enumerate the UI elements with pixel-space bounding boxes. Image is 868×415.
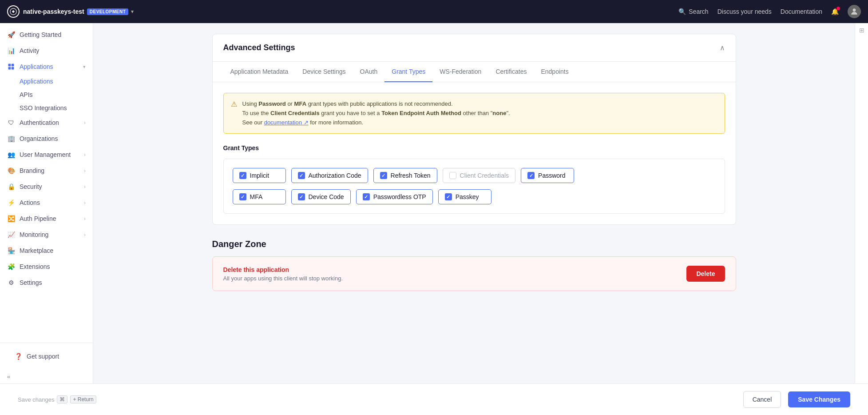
checkbox-passwordless-otp: ✓ <box>363 193 370 200</box>
avatar[interactable] <box>848 5 861 18</box>
search-button[interactable]: 🔍 Search <box>678 8 708 15</box>
grant-label-password: Password <box>538 172 565 179</box>
save-hint: Save changes ⌘ + Return <box>18 395 96 403</box>
grant-label-implicit: Implicit <box>250 172 270 179</box>
tab-endpoints[interactable]: Endpoints <box>534 62 575 82</box>
gear-icon: ⚙ <box>7 279 15 287</box>
right-panel-grid-icon[interactable]: ⊞ <box>859 27 864 34</box>
sidebar-footer: ❓ Get support <box>0 343 93 370</box>
sidebar-item-label: Authentication <box>20 119 79 126</box>
delete-button[interactable]: Delete <box>686 266 725 282</box>
collapse-card-icon[interactable]: ∧ <box>720 44 725 52</box>
save-changes-hint-label: Save changes <box>18 396 54 403</box>
grant-label-passkey: Passkey <box>456 193 479 200</box>
svg-rect-3 <box>12 64 14 67</box>
sidebar-subitem-sso[interactable]: SSO Integrations <box>20 101 93 115</box>
save-changes-button[interactable]: Save Changes <box>788 391 850 407</box>
app-shell: native-passkeys-test DEVELOPMENT ▾ 🔍 Sea… <box>0 0 868 415</box>
warning-text: Using Password or MFA grant types with p… <box>242 100 510 127</box>
grant-label-client-credentials: Client Credentials <box>460 172 509 179</box>
grant-type-implicit[interactable]: ✓ Implicit <box>233 168 286 183</box>
grant-type-mfa[interactable]: ✓ MFA <box>233 189 286 204</box>
svg-rect-2 <box>8 64 11 67</box>
sidebar-item-label: Marketplace <box>20 247 86 254</box>
chevron-icon: › <box>84 216 86 221</box>
sidebar-item-monitoring[interactable]: 📈 Monitoring › <box>0 227 93 243</box>
sidebar-item-getting-started[interactable]: 🚀 Getting Started <box>0 27 93 43</box>
grant-types-section-title: Grant Types <box>223 144 725 152</box>
grant-type-passwordless-otp[interactable]: ✓ Passwordless OTP <box>356 189 433 204</box>
svg-point-1 <box>853 8 856 12</box>
grant-type-password[interactable]: ✓ Password <box>521 168 574 183</box>
grant-type-authorization-code[interactable]: ✓ Authorization Code <box>291 168 368 183</box>
sidebar-item-label: Extensions <box>20 263 86 270</box>
sidebar-item-label: Applications <box>20 63 79 70</box>
sidebar-item-label: Organizations <box>20 135 86 142</box>
tenant-info[interactable]: native-passkeys-test DEVELOPMENT ▾ <box>23 8 134 15</box>
keyboard-shortcut-cmd: ⌘ <box>57 395 67 403</box>
grant-label-passwordless-otp: Passwordless OTP <box>373 193 426 200</box>
documentation-link[interactable]: documentation ↗ <box>264 119 309 126</box>
sidebar-item-branding[interactable]: 🎨 Branding › <box>0 163 93 179</box>
sidebar-item-actions[interactable]: ⚡ Actions › <box>0 195 93 211</box>
bottom-bar: Save changes ⌘ + Return Cancel Save Chan… <box>0 383 868 415</box>
keyboard-shortcut-return: + Return <box>70 395 96 403</box>
notifications-button[interactable]: 🔔 <box>831 8 839 15</box>
activity-icon: 📊 <box>7 47 15 55</box>
grant-type-client-credentials[interactable]: Client Credentials <box>443 168 516 183</box>
grant-type-passkey[interactable]: ✓ Passkey <box>438 189 491 204</box>
checkbox-mfa: ✓ <box>239 193 246 200</box>
chevron-icon: ▾ <box>83 64 86 70</box>
sidebar-item-authentication[interactable]: 🛡 Authentication › <box>0 115 93 131</box>
sidebar-collapse-button[interactable]: « <box>0 370 93 383</box>
tab-app-metadata[interactable]: Application Metadata <box>223 62 296 82</box>
tab-oauth[interactable]: OAuth <box>353 62 385 82</box>
tab-certificates[interactable]: Certificates <box>488 62 534 82</box>
sidebar-item-extensions[interactable]: 🧩 Extensions <box>0 259 93 275</box>
grant-type-refresh-token[interactable]: ✓ Refresh Token <box>373 168 437 183</box>
sidebar-subitem-applications[interactable]: Applications <box>20 75 93 88</box>
sidebar: 🚀 Getting Started 📊 Activity Application… <box>0 23 93 383</box>
sidebar-item-user-management[interactable]: 👥 User Management › <box>0 147 93 163</box>
chevron-icon: › <box>84 168 86 173</box>
topbar-logo: native-passkeys-test DEVELOPMENT ▾ <box>7 5 134 18</box>
sidebar-item-marketplace[interactable]: 🏪 Marketplace <box>0 243 93 259</box>
tab-device-settings[interactable]: Device Settings <box>295 62 353 82</box>
get-support-button[interactable]: ❓ Get support <box>7 348 86 364</box>
sidebar-item-auth-pipeline[interactable]: 🔀 Auth Pipeline › <box>0 211 93 227</box>
pipeline-icon: 🔀 <box>7 215 15 223</box>
danger-info: Delete this application All your apps us… <box>223 266 343 282</box>
sidebar-item-applications[interactable]: Applications ▾ <box>0 59 93 75</box>
sidebar-item-security[interactable]: 🔒 Security › <box>0 179 93 195</box>
sidebar-item-label: Auth Pipeline <box>20 215 79 222</box>
checkbox-password: ✓ <box>527 172 535 179</box>
sidebar-item-label: Getting Started <box>20 31 86 38</box>
tab-grant-types[interactable]: Grant Types <box>384 62 432 82</box>
sidebar-item-label: Settings <box>20 279 86 286</box>
chevron-icon: › <box>84 232 86 237</box>
sidebar-item-organizations[interactable]: 🏢 Organizations <box>0 131 93 147</box>
danger-zone-title: Danger Zone <box>212 239 736 249</box>
org-icon: 🏢 <box>7 135 15 143</box>
chevron-icon: › <box>84 200 86 205</box>
tab-ws-federation[interactable]: WS-Federation <box>432 62 488 82</box>
search-label: Search <box>689 8 708 15</box>
sidebar-item-activity[interactable]: 📊 Activity <box>0 43 93 59</box>
puzzle-icon: 🧩 <box>7 263 15 271</box>
sidebar-subitem-apis[interactable]: APIs <box>20 88 93 101</box>
cancel-button[interactable]: Cancel <box>743 391 781 408</box>
advanced-settings-card: Advanced Settings ∧ Application Metadata… <box>212 34 736 225</box>
documentation-link[interactable]: Documentation <box>781 8 822 15</box>
warning-icon: ⚠ <box>231 100 237 127</box>
grant-type-device-code[interactable]: ✓ Device Code <box>291 189 351 204</box>
checkbox-device-code: ✓ <box>298 193 305 200</box>
notification-dot <box>836 7 840 10</box>
store-icon: 🏪 <box>7 247 15 255</box>
sidebar-item-label: Actions <box>20 199 79 206</box>
sidebar-item-label: Branding <box>20 167 79 174</box>
warning-box: ⚠ Using Password or MFA grant types with… <box>223 93 725 134</box>
sidebar-item-label: Activity <box>20 47 86 54</box>
discuss-needs-link[interactable]: Discuss your needs <box>717 8 772 15</box>
sidebar-item-settings[interactable]: ⚙ Settings <box>0 275 93 291</box>
card-title: Advanced Settings <box>223 43 295 52</box>
